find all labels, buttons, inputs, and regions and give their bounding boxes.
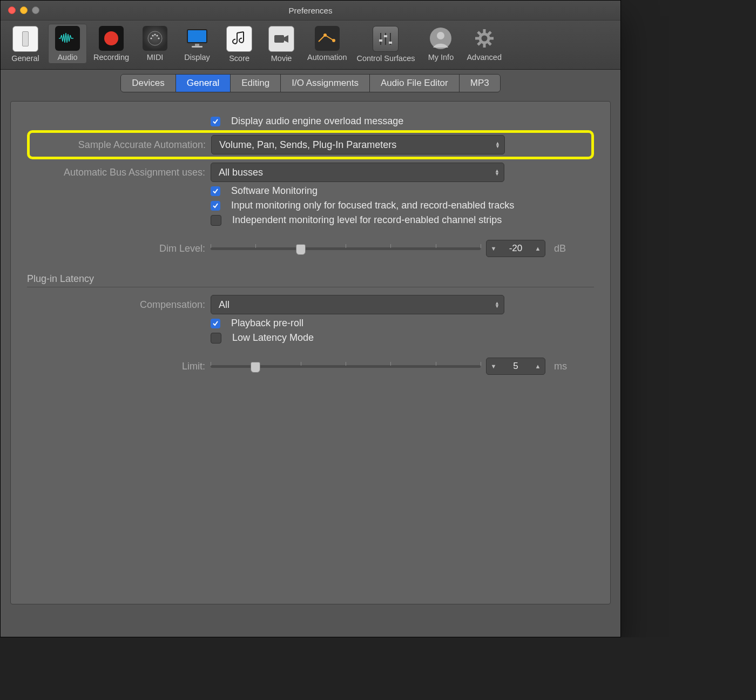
toolbar-score[interactable]: Score [220,24,259,65]
plugin-latency-heading: Plug-in Latency [27,273,594,285]
svg-point-11 [323,33,327,37]
toolbar-general[interactable]: General [6,24,45,65]
limit-slider[interactable] [211,360,481,373]
svg-point-2 [158,37,159,39]
sub-tabs: Devices General Editing I/O Assignments … [120,74,500,92]
compensation-value: All [219,299,230,311]
preferences-window: Preferences General Audio Recording MIDI [0,0,621,637]
toolbar-recording[interactable]: Recording [90,24,132,64]
svg-rect-13 [380,33,381,45]
chevron-updown-icon: ▲▼ [495,301,500,308]
low-latency-checkbox[interactable] [211,333,221,344]
subtab-general[interactable]: General [176,75,231,92]
record-icon [99,26,124,51]
bus-select[interactable]: All busses ▲▼ [211,163,504,182]
window-title: Preferences [1,6,620,15]
toolbar-display[interactable]: Display [178,24,217,64]
dim-slider[interactable] [211,242,481,255]
chevron-updown-icon: ▲▼ [495,169,500,176]
svg-line-26 [478,32,481,35]
independent-monitoring-checkbox[interactable] [211,215,221,226]
waveform-icon [55,26,80,51]
saa-select[interactable]: Volume, Pan, Sends, Plug-In Parameters ▲… [211,135,505,154]
overload-label: Display audio engine overload message [231,116,403,127]
svg-point-1 [150,37,152,39]
dim-stepper[interactable]: ▼ -20 ▲ [486,240,545,257]
dim-label: Dim Level: [27,243,211,254]
faders-icon [373,26,399,52]
automation-icon [315,26,340,51]
toolbar-movie[interactable]: Movie [262,24,301,65]
chevron-down-icon[interactable]: ▼ [487,245,501,252]
toolbar-audio[interactable]: Audio [48,24,87,64]
svg-rect-6 [187,30,207,43]
subtab-io-assignments[interactable]: I/O Assignments [281,75,370,92]
svg-rect-16 [379,39,382,42]
titlebar: Preferences [1,1,620,21]
compensation-label: Compensation: [27,299,211,311]
input-monitoring-checkbox[interactable] [211,201,220,211]
svg-point-12 [332,39,335,42]
sample-accurate-highlight: Sample Accurate Automation: Volume, Pan,… [27,130,594,159]
chevron-down-icon[interactable]: ▼ [487,363,501,369]
subtab-devices[interactable]: Devices [121,75,176,92]
saa-label: Sample Accurate Automation: [33,139,211,151]
display-icon [185,26,210,51]
svg-point-5 [154,33,156,35]
svg-line-28 [488,32,491,35]
limit-stepper[interactable]: ▼ 5 ▲ [486,358,545,375]
score-icon [226,26,252,52]
bus-value: All busses [219,167,263,178]
toolbar-control-surfaces[interactable]: Control Surfaces [353,24,418,65]
chevron-up-icon[interactable]: ▲ [531,363,545,369]
chevron-up-icon[interactable]: ▲ [531,245,545,252]
toolbar-midi[interactable]: MIDI [136,24,174,64]
limit-unit: ms [554,361,567,372]
overload-checkbox[interactable] [211,117,220,126]
dim-value: -20 [501,243,531,254]
saa-value: Volume, Pan, Sends, Plug-In Parameters [219,139,396,151]
limit-value: 5 [501,361,531,372]
midi-icon [143,26,167,51]
person-icon [428,26,453,51]
low-latency-label: Low Latency Mode [232,332,314,344]
compensation-select[interactable]: All ▲▼ [211,295,504,314]
switch-icon [12,26,38,52]
independent-monitoring-label: Independent monitoring level for record-… [232,214,502,226]
subtab-audio-file-editor[interactable]: Audio File Editor [370,75,460,92]
svg-line-29 [478,42,481,45]
svg-rect-8 [195,44,199,46]
svg-rect-18 [389,42,392,44]
divider [27,287,594,287]
svg-point-0 [148,31,162,45]
toolbar-advanced[interactable]: Advanced [463,24,505,64]
main-toolbar: General Audio Recording MIDI Display [1,21,620,70]
toolbar-my-info[interactable]: My Info [421,24,460,64]
svg-rect-17 [384,35,387,37]
settings-panel: Display audio engine overload message Sa… [10,101,611,604]
svg-point-21 [480,34,489,43]
subtab-editing[interactable]: Editing [231,75,281,92]
preroll-label: Playback pre-roll [231,318,303,329]
svg-line-27 [488,42,491,45]
svg-point-3 [152,35,153,36]
limit-label: Limit: [27,361,211,372]
svg-rect-10 [274,35,284,43]
svg-rect-14 [385,33,386,45]
preroll-checkbox[interactable] [211,319,220,328]
toolbar-automation[interactable]: Automation [304,24,350,64]
software-monitoring-label: Software Monitoring [231,185,318,197]
subtab-mp3[interactable]: MP3 [460,75,500,92]
gear-icon [472,26,497,51]
svg-point-20 [437,32,444,39]
input-monitoring-label: Input monitoring only for focused track,… [231,200,514,211]
svg-point-4 [156,35,158,36]
dim-unit: dB [554,243,566,254]
bus-label: Automatic Bus Assignment uses: [27,167,211,178]
camera-icon [268,26,294,52]
chevron-updown-icon: ▲▼ [495,142,500,148]
software-monitoring-checkbox[interactable] [211,186,220,196]
svg-rect-9 [192,46,202,48]
